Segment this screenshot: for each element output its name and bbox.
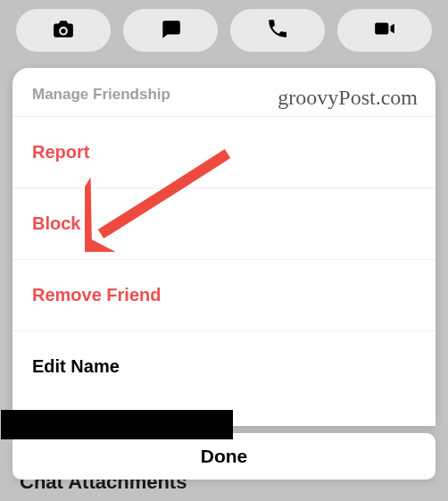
menu-item-label: Edit Name [32, 356, 120, 376]
sheet-header: Manage Friendship [12, 68, 436, 116]
camera-button[interactable] [16, 9, 111, 52]
camera-icon [52, 17, 75, 44]
menu-item-report[interactable]: Report [12, 116, 436, 188]
top-toolbar [0, 0, 448, 61]
menu-item-label: Report [32, 142, 89, 162]
done-button[interactable]: Done [12, 433, 436, 480]
done-label: Done [201, 446, 248, 467]
video-icon [373, 17, 396, 44]
menu-item-label: Block [32, 213, 80, 233]
menu-item-edit-name[interactable]: Edit Name [12, 330, 436, 402]
menu-item-block[interactable]: Block [12, 188, 436, 259]
manage-friendship-sheet: Manage Friendship Report Block Remove Fr… [12, 68, 436, 426]
menu-item-remove-friend[interactable]: Remove Friend [12, 259, 436, 330]
chat-button[interactable] [123, 9, 218, 52]
chat-icon [159, 17, 182, 44]
video-call-button[interactable] [337, 9, 432, 52]
redaction-block [1, 410, 233, 439]
call-button[interactable] [230, 9, 325, 52]
menu-item-label: Remove Friend [32, 285, 161, 305]
phone-icon [266, 17, 289, 44]
